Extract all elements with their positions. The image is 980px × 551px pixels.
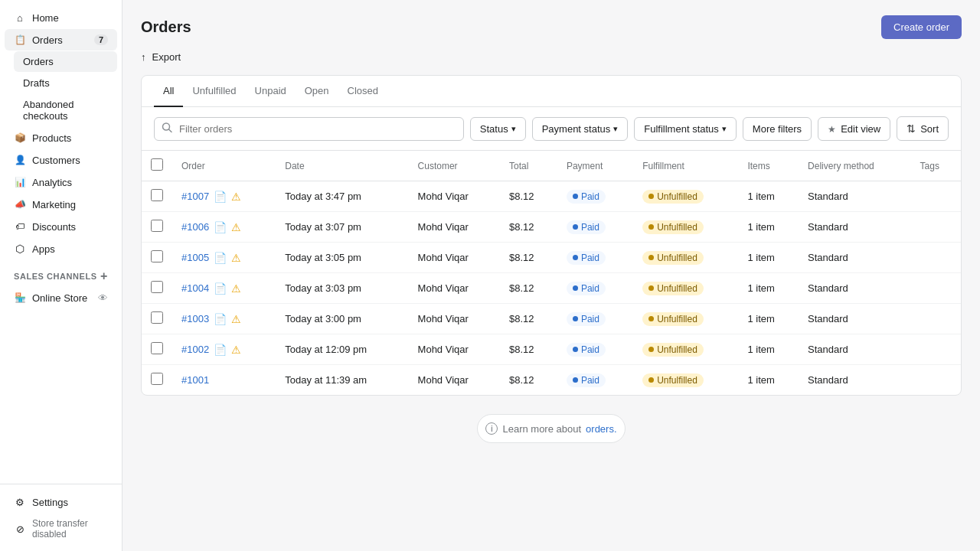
order-payment-6: Paid	[557, 365, 633, 396]
settings-label: Settings	[32, 497, 68, 508]
transfer-icon	[14, 523, 26, 535]
orders-sub-label: Orders	[23, 56, 54, 67]
edit-view-button[interactable]: Edit view	[818, 117, 890, 141]
order-fulfillment-1: Unfulfilled	[633, 212, 738, 243]
order-total-1: $8.12	[500, 212, 557, 243]
tab-all[interactable]: All	[154, 76, 183, 107]
col-order: Order	[172, 151, 276, 181]
sidebar-item-marketing[interactable]: Marketing	[5, 194, 117, 215]
order-link-2[interactable]: #1005	[181, 252, 209, 263]
order-fulfillment-3: Unfulfilled	[633, 273, 738, 304]
table-row: #1006 📄 ⚠ Today at 3:07 pm Mohd Viqar $8…	[142, 212, 961, 243]
sidebar-item-online-store[interactable]: Online Store 👁	[5, 287, 117, 308]
sidebar-item-abandoned-checkouts[interactable]: Abandoned checkouts	[14, 94, 117, 126]
sidebar-item-home[interactable]: Home	[5, 7, 117, 28]
learn-more-link[interactable]: orders.	[586, 423, 616, 435]
tab-closed[interactable]: Closed	[338, 76, 387, 107]
col-date: Date	[276, 151, 408, 181]
order-date-2: Today at 3:05 pm	[276, 243, 408, 273]
order-items-3: 1 item	[738, 273, 799, 304]
page-header: Orders Create order	[141, 15, 962, 39]
order-link-5[interactable]: #1002	[181, 344, 209, 355]
order-tags-0	[911, 181, 961, 212]
order-customer-0: Mohd Viqar	[409, 181, 500, 212]
home-icon	[14, 11, 26, 24]
order-delivery-6: Standard	[799, 365, 911, 396]
tab-open[interactable]: Open	[296, 76, 338, 107]
add-sales-channel-icon[interactable]: +	[100, 269, 108, 283]
sales-channels-section: SALES CHANNELS +	[0, 260, 122, 286]
row-checkbox-1[interactable]	[151, 220, 163, 232]
export-link[interactable]: Export	[141, 51, 962, 63]
note-icon: 📄	[214, 282, 227, 295]
sidebar-item-apps-label: Apps	[32, 243, 55, 255]
sidebar-item-customers[interactable]: Customers	[5, 149, 117, 171]
row-checkbox-6[interactable]	[151, 373, 163, 385]
orders-badge: 7	[94, 34, 108, 45]
sidebar-item-apps[interactable]: Apps	[5, 238, 117, 259]
order-link-6[interactable]: #1001	[181, 374, 209, 386]
sidebar-item-orders[interactable]: Orders 7	[5, 29, 117, 51]
row-checkbox-5[interactable]	[151, 342, 163, 354]
order-link-0[interactable]: #1007	[181, 191, 209, 202]
sidebar-item-products[interactable]: Products	[5, 127, 117, 148]
online-store-icon	[14, 292, 26, 304]
order-payment-1: Paid	[557, 212, 633, 243]
sidebar-item-marketing-label: Marketing	[32, 199, 76, 210]
row-checkbox-0[interactable]	[151, 189, 163, 201]
discounts-icon	[14, 220, 26, 233]
tab-unpaid[interactable]: Unpaid	[246, 76, 296, 107]
order-delivery-5: Standard	[799, 334, 911, 365]
order-link-3[interactable]: #1004	[181, 282, 209, 294]
orders-icon	[14, 34, 26, 46]
sidebar-item-home-label: Home	[32, 12, 59, 24]
order-tags-4	[911, 304, 961, 334]
warning-icon: ⚠	[231, 252, 241, 264]
sidebar-item-discounts[interactable]: Discounts	[5, 216, 117, 237]
table-row: #1002 📄 ⚠ Today at 12:09 pm Mohd Viqar $…	[142, 334, 961, 365]
col-total: Total	[500, 151, 557, 181]
table-row: #1001 Today at 11:39 am Mohd Viqar $8.12…	[142, 365, 961, 396]
orders-submenu: Orders Drafts Abandoned checkouts	[0, 51, 122, 126]
sort-button[interactable]: Sort	[897, 116, 949, 141]
order-total-4: $8.12	[500, 304, 557, 334]
order-link-1[interactable]: #1006	[181, 221, 209, 233]
status-filter-button[interactable]: Status	[470, 117, 526, 141]
warning-icon: ⚠	[231, 191, 241, 203]
note-icon: 📄	[214, 191, 227, 203]
search-input[interactable]	[154, 117, 464, 141]
sidebar-item-analytics[interactable]: Analytics	[5, 171, 117, 193]
order-items-6: 1 item	[738, 365, 799, 396]
sidebar: Home Orders 7 Orders Drafts Abandoned ch…	[0, 0, 122, 551]
sidebar-item-settings[interactable]: Settings	[5, 491, 117, 513]
sidebar-item-store-transfer[interactable]: Store transfer disabled	[5, 514, 117, 544]
order-date-4: Today at 3:00 pm	[276, 304, 408, 334]
marketing-icon	[14, 198, 26, 210]
row-checkbox-2[interactable]	[151, 250, 163, 262]
warning-icon: ⚠	[231, 221, 241, 233]
order-payment-0: Paid	[557, 181, 633, 212]
select-all-checkbox[interactable]	[151, 158, 163, 171]
sidebar-item-drafts[interactable]: Drafts	[14, 73, 117, 93]
create-order-button[interactable]: Create order	[881, 15, 962, 39]
order-payment-3: Paid	[557, 273, 633, 304]
row-checkbox-3[interactable]	[151, 281, 163, 293]
products-icon	[14, 132, 26, 144]
payment-status-filter-button[interactable]: Payment status	[532, 117, 629, 141]
order-fulfillment-2: Unfulfilled	[633, 243, 738, 273]
tab-unfulfilled[interactable]: Unfulfilled	[183, 76, 245, 107]
col-delivery: Delivery method	[799, 151, 911, 181]
row-checkbox-4[interactable]	[151, 311, 163, 324]
order-date-5: Today at 12:09 pm	[276, 334, 408, 365]
star-icon	[828, 123, 838, 135]
sidebar-item-orders-sub[interactable]: Orders	[14, 51, 117, 72]
more-filters-button[interactable]: More filters	[743, 117, 812, 141]
order-customer-4: Mohd Viqar	[409, 304, 500, 334]
warning-icon: ⚠	[231, 282, 241, 295]
fulfillment-status-filter-button[interactable]: Fulfillment status	[634, 117, 737, 141]
col-customer: Customer	[409, 151, 500, 181]
order-link-4[interactable]: #1003	[181, 313, 209, 324]
order-delivery-0: Standard	[799, 181, 911, 212]
search-wrap	[154, 117, 464, 141]
note-icon: 📄	[214, 252, 227, 264]
